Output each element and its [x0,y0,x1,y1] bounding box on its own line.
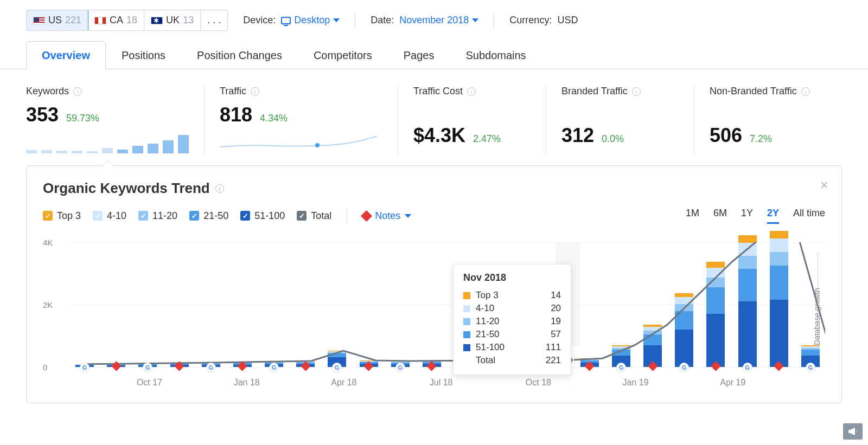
nav-tabs: OverviewPositionsPosition ChangesCompeti… [0,41,868,69]
note-icon[interactable] [711,361,720,371]
note-icon[interactable] [648,361,658,371]
metric-traffic-cost[interactable]: Traffic Costi $4.3K2.47% [398,86,546,156]
y-tick-label: 0 [43,363,47,372]
svg-rect-5 [102,148,113,153]
swatch [463,305,470,312]
google-update-icon[interactable]: G [269,363,279,372]
marker: G [391,363,410,372]
x-tick-label: Apr 18 [331,378,356,388]
metric-delta: 7.2% [750,133,772,145]
tooltip-value: 57 [551,329,561,340]
marker [706,363,725,372]
x-tick-label: Apr 19 [720,378,745,388]
checkbox-icon: ✓ [93,211,103,221]
tooltip-total: Total221 [463,354,561,367]
note-icon[interactable] [238,361,247,371]
notes-toggle[interactable]: Notes [362,210,411,222]
google-update-icon[interactable]: G [332,363,342,372]
metric-delta: 0.0% [602,133,624,145]
country-count: 221 [65,15,81,26]
bar-segment [738,235,757,243]
device-filter[interactable]: Device: Desktop [243,15,340,26]
flag-uk-icon [151,17,163,24]
legend-21-50[interactable]: ✓21-50 [189,210,228,222]
legend-51-100[interactable]: ✓51-100 [240,210,285,222]
range-6m[interactable]: 6M [713,208,727,224]
info-icon[interactable]: i [801,87,810,96]
note-icon[interactable] [585,361,595,371]
note-icon[interactable] [301,361,310,371]
metric-traffic[interactable]: Traffici 8184.34% [205,86,398,156]
tooltip-row: 51-100111 [463,341,561,354]
range-2y[interactable]: 2Y [767,208,779,224]
tooltip-value: 20 [551,303,561,314]
google-update-icon[interactable]: G [395,363,405,372]
marker [643,363,662,372]
tooltip-value: 111 [546,342,561,353]
legend-11-20[interactable]: ✓11-20 [138,210,177,222]
metric-label: Traffic [220,86,246,97]
legend-4-10[interactable]: ✓4-10 [93,210,126,222]
tab-pages[interactable]: Pages [388,41,450,69]
google-update-icon[interactable]: G [80,363,90,372]
country-tab-us[interactable]: US 221 [26,10,88,31]
date-filter[interactable]: Date: November 2018 [371,15,478,26]
country-tab-ca[interactable]: CA 18 [88,10,144,30]
x-tick-label: Oct 18 [526,378,551,388]
note-icon[interactable] [174,361,184,371]
checkbox-icon: ✓ [297,211,307,221]
note-icon[interactable] [427,361,437,371]
x-tick-label: Jan 18 [234,378,260,388]
svg-rect-1 [41,150,52,153]
chart-area[interactable]: 02K4KGGGGGGGGGGGGOct 17Jan 18Apr 18Jul 1… [43,237,825,389]
info-icon[interactable]: i [467,87,476,96]
country-tab-more[interactable]: . . . [201,10,227,30]
google-update-icon[interactable]: G [143,363,152,372]
info-icon[interactable]: i [632,87,641,96]
legend-total[interactable]: ✓Total [297,210,331,222]
marker: G [328,363,346,372]
chevron-down-icon [405,214,411,218]
tab-position-changes[interactable]: Position Changes [181,41,298,69]
sparkline-bars [26,132,189,153]
tab-subdomains[interactable]: Subdomains [450,41,541,69]
range-1y[interactable]: 1Y [741,208,753,224]
metric-branded-traffic[interactable]: Branded Traffici 3120.0% [546,86,694,156]
tab-overview[interactable]: Overview [26,41,106,69]
separator [347,209,347,223]
marker-row: GGGGGGGGGGGG [70,363,825,372]
currency-filter: Currency: USD [509,15,578,26]
range-1m[interactable]: 1M [686,208,699,224]
marker: G [202,363,220,372]
marker: G [612,363,630,372]
separator [355,13,355,28]
chart-tooltip: Nov 2018Top 3144-102011-201921-505751-10… [453,264,571,375]
marker: G [265,363,283,372]
google-update-icon[interactable]: G [743,363,752,372]
info-icon[interactable]: i [73,87,82,96]
total-line [70,242,825,367]
note-icon[interactable] [363,361,373,371]
note-icon[interactable] [774,361,784,371]
google-update-icon[interactable]: G [616,363,626,372]
tab-competitors[interactable]: Competitors [298,41,388,69]
metric-non-branded-traffic[interactable]: Non-Branded Traffici 5067.2% [694,86,842,156]
close-icon[interactable]: × [820,177,828,194]
note-icon[interactable] [111,361,121,371]
google-update-icon[interactable]: G [806,363,815,372]
country-count: 13 [183,15,194,26]
range-all-time[interactable]: All time [793,208,825,224]
tab-positions[interactable]: Positions [106,41,181,69]
google-update-icon[interactable]: G [679,363,689,372]
metric-value: $4.3K [413,124,465,147]
svg-rect-3 [72,151,82,153]
country-tab-uk[interactable]: UK 13 [144,10,201,30]
marker [296,363,315,372]
metric-keywords[interactable]: Keywordsi 35359.73% [26,86,205,156]
swatch [463,331,470,338]
info-icon[interactable]: i [251,87,259,96]
info-icon[interactable]: i [215,184,224,193]
range-tabs: 1M6M1Y2YAll time [686,208,825,224]
google-update-icon[interactable]: G [206,363,216,372]
legend-top-3[interactable]: ✓Top 3 [43,210,81,222]
